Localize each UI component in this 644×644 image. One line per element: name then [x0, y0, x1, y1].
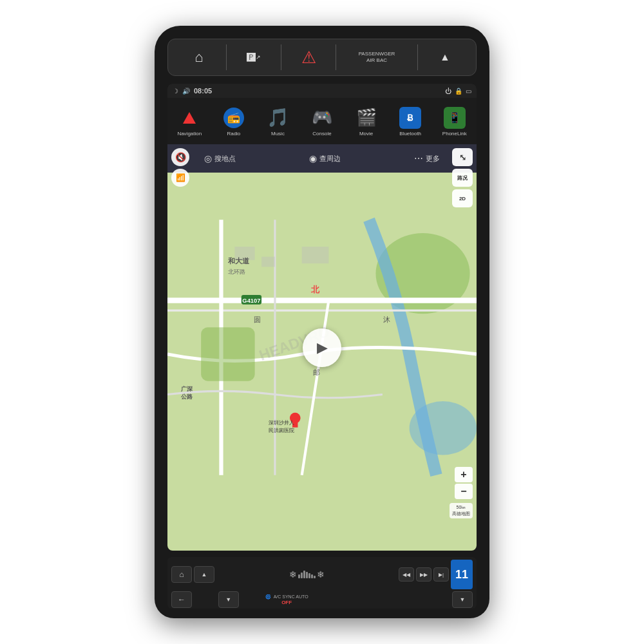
expand-button[interactable]: ⤡ — [452, 148, 473, 166]
nav-next-button[interactable]: ▶▶ — [416, 567, 431, 582]
navigation-icon — [183, 112, 196, 124]
svg-rect-11 — [302, 247, 329, 263]
ac-text: A/C SYNC AUTO — [274, 594, 308, 599]
app-navigation[interactable]: Navigation — [167, 106, 212, 137]
map-overlay-top-right: ⤡ 路况 2D — [452, 148, 473, 207]
view-label: 2D — [459, 196, 466, 202]
passenger-button[interactable]: PASSENWGER AIR BAC — [336, 51, 417, 64]
map-center-play[interactable]: ▶ — [303, 328, 341, 367]
power-icon: ⏻ — [445, 88, 451, 95]
music-label: Music — [271, 131, 285, 137]
ac-off-label: OFF — [281, 600, 292, 605]
app-phonelink[interactable]: 📱 PhoneLink — [432, 106, 477, 137]
app-bluetooth[interactable]: Ƀ Bluetooth — [388, 106, 433, 137]
phonelink-icon: 📱 — [444, 107, 466, 129]
traffic-button[interactable]: 路况 — [452, 169, 473, 187]
phonelink-label: PhoneLink — [442, 131, 467, 137]
main-screen: ☽ 🔊 08:05 ⏻ 🔒 ▭ Navigation 📻 Radio — [167, 84, 477, 551]
temperature-display: 11 — [451, 560, 473, 589]
map-mute-button[interactable]: 🔇 — [171, 148, 189, 166]
clock: 08:05 — [194, 87, 212, 95]
movie-label: Movie — [359, 131, 373, 137]
app-console[interactable]: 🎮 Console — [300, 106, 345, 137]
navigation-label: Navigation — [177, 131, 202, 137]
fan-control: ❄ ❄ — [216, 569, 397, 580]
compass-east: 沐 — [383, 315, 390, 325]
map-view[interactable]: 北 和大道 北环路 广深 公路 深圳沙井人 民洪囱医院 G4107 HEADVR… — [167, 144, 477, 551]
compass-west: 圆 — [254, 315, 261, 325]
svg-text:民洪囱医院: 民洪囱医院 — [269, 427, 294, 433]
svg-text:公路: 公路 — [180, 393, 193, 400]
view-2d-button[interactable]: 2D — [452, 189, 473, 207]
ac-defroster-icon: 🌀 — [265, 594, 271, 600]
bluetooth-label: Bluetooth — [399, 131, 421, 137]
back-ctrl-button[interactable]: ← — [171, 591, 192, 608]
map-overlay-top-left: 🔇 📶 — [171, 148, 189, 187]
up-left-button[interactable]: ▲ — [194, 566, 214, 583]
zoom-in-button[interactable]: + — [455, 467, 473, 482]
fan-left-icon[interactable]: ❄ — [289, 569, 297, 580]
radio-label: Radio — [227, 131, 240, 137]
map-wifi-button[interactable]: 📶 — [171, 169, 189, 187]
compass-south: 邮 — [313, 368, 320, 377]
svg-text:北: 北 — [310, 285, 320, 294]
svg-text:G4107: G4107 — [242, 297, 260, 304]
svg-text:深圳沙井人: 深圳沙井人 — [269, 420, 294, 426]
map-zoom-controls: + − — [455, 467, 473, 499]
nav-skip-button[interactable]: ▶| — [433, 567, 449, 582]
home-button[interactable]: ⌂ — [172, 39, 226, 75]
app-radio[interactable]: 📻 Radio — [212, 106, 256, 137]
svg-point-2 — [410, 401, 477, 455]
svg-rect-10 — [261, 257, 275, 267]
controls-row-2: ← ▼ 🌀 A/C SYNC AUTO OFF ▼ — [171, 591, 473, 608]
hazard-button[interactable]: ⚠ — [281, 39, 336, 75]
fan-right-icon[interactable]: ❄ — [317, 569, 325, 580]
down-right-button[interactable]: ▼ — [452, 591, 473, 608]
navigate-up-button[interactable]: ▲ — [418, 39, 472, 75]
status-bar: ☽ 🔊 08:05 ⏻ 🔒 ▭ — [167, 84, 477, 98]
top-button-bar: ⌂ 🅿↗ ⚠ PASSENWGER AIR BAC ▲ — [167, 39, 477, 76]
svg-text:北环路: 北环路 — [228, 268, 245, 275]
console-label: Console — [312, 131, 331, 137]
ac-labels: 🌀 A/C SYNC AUTO OFF — [265, 594, 308, 605]
svg-rect-8 — [201, 327, 254, 381]
traffic-label: 路况 — [457, 175, 468, 182]
controls-row-1: ⌂ ▲ ❄ ❄ ◀◀ ▶▶ ▶| 11 — [171, 560, 473, 589]
speaker-icon: 🔊 — [182, 88, 190, 95]
car-unit: ⌂ 🅿↗ ⚠ PASSENWGER AIR BAC ▲ ☽ 🔊 08:05 ⏻ … — [155, 26, 489, 618]
home-ctrl-button[interactable]: ⌂ — [171, 566, 192, 583]
zoom-out-button[interactable]: − — [455, 484, 473, 499]
svg-text:广深: 广深 — [180, 385, 193, 392]
down-left-button[interactable]: ▼ — [218, 591, 239, 608]
map-scale: 50㎞高德地图 — [450, 503, 473, 518]
bluetooth-icon: Ƀ — [399, 107, 421, 129]
svg-text:和大道: 和大道 — [227, 257, 250, 265]
play-button[interactable]: ▶ — [303, 328, 341, 367]
app-movie[interactable]: 🎬 Movie — [344, 106, 388, 137]
parking-button[interactable]: 🅿↗ — [227, 39, 281, 75]
moon-icon: ☽ — [173, 88, 178, 95]
app-music[interactable]: 🎵 Music — [256, 106, 300, 137]
app-icons-row: Navigation 📻 Radio 🎵 Music 🎮 Console 🎬 M… — [167, 98, 477, 144]
battery-icon: ▭ — [466, 88, 471, 95]
fan-bars — [298, 571, 316, 578]
bottom-controls: ⌂ ▲ ❄ ❄ ◀◀ ▶▶ ▶| 11 — [167, 557, 477, 609]
lock-icon: 🔒 — [455, 88, 462, 95]
nav-prev-button[interactable]: ◀◀ — [399, 567, 414, 582]
radio-icon: 📻 — [223, 108, 244, 128]
